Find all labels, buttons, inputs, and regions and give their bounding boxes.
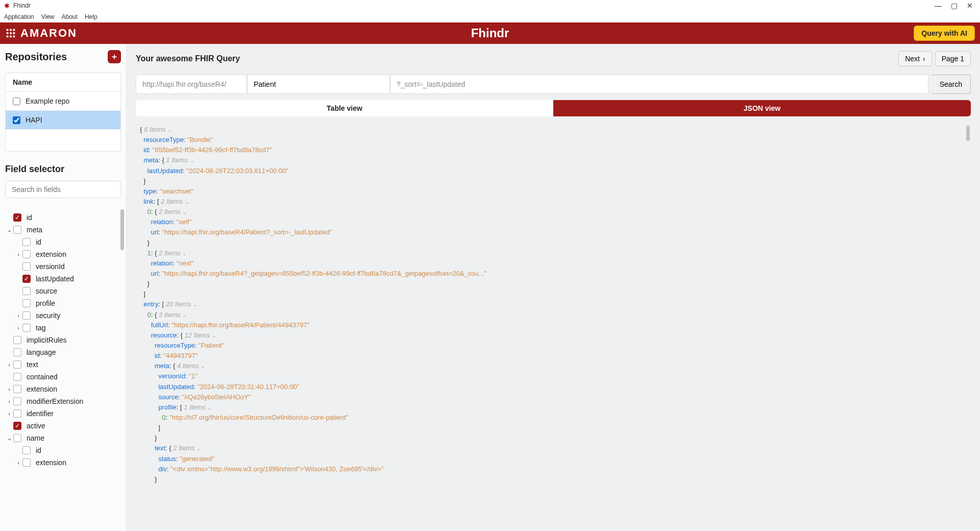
tree-row[interactable]: id: [5, 211, 125, 224]
chevron-right-icon[interactable]: ›: [5, 361, 13, 368]
chevron-right-icon[interactable]: ›: [14, 312, 22, 319]
field-checkbox[interactable]: [22, 446, 31, 454]
maximize-icon[interactable]: ▢: [951, 2, 958, 10]
tree-row[interactable]: ›identifier: [5, 407, 125, 420]
field-checkbox[interactable]: [13, 397, 21, 405]
tree-row[interactable]: versionId: [5, 260, 125, 273]
search-fields-input[interactable]: [5, 181, 121, 198]
field-checkbox[interactable]: [22, 324, 31, 332]
tree-row[interactable]: ›tag: [5, 322, 125, 334]
field-checkbox[interactable]: [22, 458, 31, 467]
tree-row[interactable]: ›extension: [5, 456, 125, 469]
menu-view[interactable]: View: [41, 13, 55, 20]
svg-rect-1: [10, 29, 12, 31]
field-selector-title: Field selector: [5, 164, 121, 175]
window-controls: — ▢ ✕: [935, 2, 977, 10]
tree-row[interactable]: id: [5, 444, 125, 456]
tree-row[interactable]: implicitRules: [5, 334, 125, 346]
chevron-right-icon[interactable]: ›: [14, 251, 22, 257]
query-ai-button[interactable]: Query with AI: [914, 26, 975, 41]
tree-row[interactable]: lastUpdated: [5, 273, 125, 285]
tab-json-view[interactable]: JSON view: [553, 100, 971, 116]
json-line: }: [140, 474, 967, 485]
tree-row[interactable]: ⌄name: [5, 432, 125, 444]
field-checkbox[interactable]: [13, 434, 21, 442]
json-line: resourceType: "Bundle": [140, 135, 967, 145]
repo-checkbox[interactable]: [13, 98, 20, 105]
chevron-right-icon[interactable]: ›: [5, 386, 13, 392]
tree-row[interactable]: language: [5, 346, 125, 358]
field-checkbox[interactable]: [22, 287, 31, 295]
field-tree[interactable]: id⌄metaid›extensionversionIdlastUpdateds…: [5, 209, 125, 531]
repo-checkbox[interactable]: [13, 116, 20, 124]
json-line: profile: [ 1 Items ⌄: [140, 402, 967, 413]
chevron-right-icon[interactable]: ›: [5, 398, 13, 404]
json-line: id: "44943797": [140, 351, 967, 361]
window-title: Fhindr: [13, 2, 31, 9]
repo-row[interactable]: Example repo: [6, 92, 120, 111]
field-checkbox[interactable]: [13, 336, 21, 344]
tree-row[interactable]: ›text: [5, 358, 125, 371]
json-line: }: [140, 433, 967, 443]
json-line: relation: "self": [140, 217, 967, 227]
tree-row[interactable]: ›modifierExtension: [5, 395, 125, 407]
field-checkbox[interactable]: [22, 250, 31, 258]
json-line: url: "https://hapi.fhir.org/baseR4/Patie…: [140, 227, 967, 237]
field-label: implicitRules: [27, 336, 67, 344]
add-repo-button[interactable]: ＋: [108, 50, 121, 63]
params-input[interactable]: [390, 75, 928, 94]
tree-row[interactable]: ›extension: [5, 248, 125, 260]
close-icon[interactable]: ✕: [967, 2, 973, 10]
field-checkbox[interactable]: [22, 299, 31, 307]
page-indicator[interactable]: Page 1: [935, 51, 971, 66]
field-checkbox[interactable]: [13, 213, 21, 222]
json-line: meta: { 1 Items ⌄: [140, 155, 967, 165]
chevron-right-icon[interactable]: ›: [14, 325, 22, 331]
chevron-down-icon[interactable]: ⌄: [5, 435, 13, 442]
chevron-down-icon[interactable]: ⌄: [5, 227, 13, 233]
repositories-title: Repositories: [5, 51, 67, 63]
menu-about[interactable]: About: [62, 13, 78, 20]
query-bar: Search: [136, 75, 971, 94]
json-viewer[interactable]: { 6 Items ⌄ resourceType: "Bundle" id: "…: [136, 123, 971, 531]
menu-help[interactable]: Help: [85, 13, 97, 20]
field-checkbox[interactable]: [13, 373, 21, 381]
field-checkbox[interactable]: [22, 238, 31, 246]
tree-row[interactable]: ›security: [5, 309, 125, 322]
json-line: ]: [140, 289, 967, 299]
chevron-right-icon[interactable]: ›: [14, 460, 22, 466]
query-title: Your awesome FHIR Query: [136, 54, 240, 63]
tree-row[interactable]: active: [5, 420, 125, 432]
repo-row[interactable]: HAPI: [6, 111, 120, 130]
svg-rect-3: [7, 32, 9, 34]
field-checkbox[interactable]: [22, 275, 31, 283]
next-button[interactable]: Next ›: [898, 51, 932, 66]
menu-application[interactable]: Application: [4, 13, 34, 20]
search-button[interactable]: Search: [932, 75, 971, 94]
field-checkbox[interactable]: [13, 360, 21, 369]
field-checkbox[interactable]: [13, 385, 21, 393]
repositories-table: Name Example repo HAPI: [5, 73, 121, 152]
tree-row[interactable]: id: [5, 236, 125, 248]
tree-row[interactable]: source: [5, 285, 125, 297]
tree-row[interactable]: contained: [5, 371, 125, 383]
chevron-right-icon[interactable]: ›: [5, 411, 13, 417]
json-line: }: [140, 238, 967, 248]
scrollbar-thumb[interactable]: [120, 209, 124, 250]
resource-input[interactable]: [247, 75, 390, 94]
scrollbar-thumb[interactable]: [966, 126, 970, 141]
tree-row[interactable]: ⌄meta: [5, 224, 125, 236]
field-checkbox[interactable]: [22, 311, 31, 320]
tab-table-view[interactable]: Table view: [136, 100, 553, 116]
json-line: meta: { 4 Items ⌄: [140, 361, 967, 371]
base-url-input[interactable]: [136, 75, 247, 94]
field-checkbox[interactable]: [13, 226, 21, 234]
field-checkbox[interactable]: [13, 348, 21, 356]
svg-rect-2: [13, 29, 15, 31]
minimize-icon[interactable]: —: [935, 2, 942, 10]
tree-row[interactable]: ›extension: [5, 383, 125, 395]
field-checkbox[interactable]: [22, 262, 31, 271]
tree-row[interactable]: profile: [5, 297, 125, 309]
field-checkbox[interactable]: [13, 409, 21, 418]
field-checkbox[interactable]: [13, 422, 21, 430]
